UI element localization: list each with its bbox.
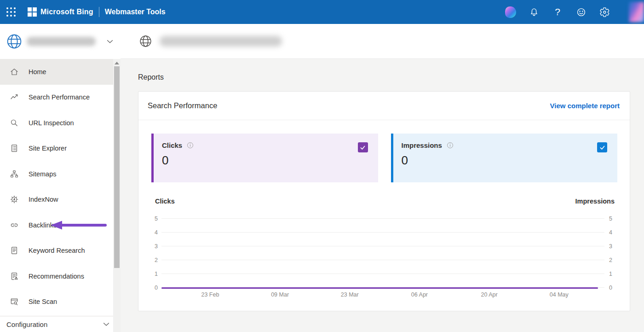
view-complete-report-link[interactable]: View complete report xyxy=(550,102,620,110)
app-launcher-waffle-icon[interactable] xyxy=(6,7,16,17)
y-tick-right: 4 xyxy=(609,229,617,236)
gridline xyxy=(161,232,604,233)
sidebar-item-label: Search Performance xyxy=(29,93,90,101)
x-tick: 06 Apr xyxy=(411,291,428,298)
y-tick-right: 1 xyxy=(609,271,617,277)
document-lines-icon xyxy=(10,246,19,255)
chevron-down-icon[interactable] xyxy=(106,37,114,46)
clicks-metric-tile[interactable]: Clicks 0 xyxy=(151,134,378,182)
clicks-checkbox[interactable] xyxy=(358,142,368,152)
gridline xyxy=(161,218,604,219)
top-app-bar: Microsoft Bing Webmaster Tools ? xyxy=(0,0,644,24)
sidebar-item-label: Home xyxy=(29,68,46,76)
backlinks-annotation-arrow xyxy=(49,220,108,230)
metric-tiles: Clicks 0 xyxy=(138,120,630,182)
y-tick-right: 2 xyxy=(609,257,617,263)
scrollbar-thumb[interactable] xyxy=(114,66,120,268)
trend-arrow-icon xyxy=(10,93,19,102)
y-tick-left: 3 xyxy=(150,243,158,250)
impressions-checkbox[interactable] xyxy=(597,142,607,152)
document-list-icon xyxy=(10,144,19,153)
feedback-smiley-icon[interactable] xyxy=(575,6,586,17)
x-tick: 23 Mar xyxy=(341,291,359,298)
x-tick: 23 Feb xyxy=(201,291,219,298)
sidebar-item-indexnow[interactable]: IndexNow xyxy=(0,187,113,213)
gear-bolt-icon xyxy=(10,195,19,204)
sidebar-item-label: Recommendations xyxy=(29,273,84,280)
x-tick: 04 May xyxy=(550,291,569,298)
chevron-down-icon xyxy=(102,320,110,328)
y-tick-left: 1 xyxy=(150,271,158,277)
reports-section: Reports Search Performance View complete… xyxy=(121,59,644,311)
sidebar-item-label: IndexNow xyxy=(29,196,58,203)
site-selector-dropdown[interactable] xyxy=(0,24,121,59)
copilot-icon[interactable] xyxy=(505,6,516,17)
gridline xyxy=(161,260,604,260)
sidebar-item-backlinks[interactable]: Backlinks xyxy=(0,212,113,238)
magnifier-icon xyxy=(10,118,19,128)
chart-plot: 00112233445523 Feb09 Mar23 Mar06 Apr20 A… xyxy=(161,219,604,288)
scrollbar-up-arrow-icon[interactable] xyxy=(115,62,119,64)
info-icon[interactable] xyxy=(447,142,454,149)
card-header: Search Performance View complete report xyxy=(138,92,630,120)
sidebar-item-sitemaps[interactable]: Sitemaps xyxy=(0,161,113,187)
browser-scan-icon xyxy=(10,297,19,306)
sidebar-item-keyword-research[interactable]: Keyword Research xyxy=(0,238,113,264)
sidebar-item-label: Backlinks xyxy=(29,221,57,229)
sidebar-item-label: Sitemaps xyxy=(29,170,56,178)
x-tick: 20 Apr xyxy=(481,291,498,298)
sidebar-section-configuration[interactable]: Configuration xyxy=(0,316,121,332)
gridline xyxy=(161,274,604,274)
sidebar-menu: Home Search Performance URL Inspection xyxy=(0,59,121,316)
card-title: Search Performance xyxy=(148,101,217,110)
globe-icon xyxy=(139,35,152,47)
site-url-redacted xyxy=(160,36,282,47)
sidebar-item-url-inspection[interactable]: URL Inspection xyxy=(0,110,113,136)
y-tick-right: 0 xyxy=(609,285,617,291)
microsoft-logo-icon xyxy=(28,7,37,17)
sidebar-item-label: Site Scan xyxy=(29,298,57,305)
search-performance-card: Search Performance View complete report … xyxy=(138,91,630,311)
brand-title: Microsoft Bing xyxy=(40,8,93,16)
checkmark-icon xyxy=(599,144,606,151)
sidebar-item-search-performance[interactable]: Search Performance xyxy=(0,85,113,111)
clicks-value: 0 xyxy=(162,153,378,168)
sidebar-item-label: URL Inspection xyxy=(29,119,74,127)
checkmark-icon xyxy=(359,144,366,151)
impressions-metric-tile[interactable]: Impressions 0 xyxy=(391,134,618,182)
sidebar: Home Search Performance URL Inspection xyxy=(0,24,121,332)
sidebar-scrollbar[interactable] xyxy=(113,59,121,332)
left-axis-label: Clicks xyxy=(155,198,175,205)
gridline xyxy=(161,246,604,246)
sidebar-item-label: Keyword Research xyxy=(29,247,85,254)
info-icon[interactable] xyxy=(187,142,194,149)
impressions-value: 0 xyxy=(402,153,618,168)
y-tick-right: 5 xyxy=(609,216,617,222)
y-tick-left: 0 xyxy=(150,285,158,291)
series-line-clicks xyxy=(161,287,598,289)
sidebar-item-site-scan[interactable]: Site Scan xyxy=(0,289,113,315)
section-title: Reports xyxy=(138,73,644,82)
org-chart-icon xyxy=(10,169,19,179)
y-tick-left: 4 xyxy=(150,229,158,236)
account-avatar[interactable] xyxy=(629,2,644,22)
x-tick: 09 Mar xyxy=(271,291,289,298)
sidebar-item-label: Site Explorer xyxy=(29,145,67,152)
help-icon[interactable]: ? xyxy=(552,6,563,17)
impressions-label: Impressions xyxy=(402,141,442,149)
main-area: Reports Search Performance View complete… xyxy=(121,24,644,332)
globe-icon xyxy=(6,34,22,49)
sidebar-item-home[interactable]: Home xyxy=(0,59,113,85)
y-tick-left: 2 xyxy=(150,257,158,263)
y-tick-right: 3 xyxy=(609,243,617,250)
sidebar-item-recommendations[interactable]: Recommendations xyxy=(0,263,113,289)
site-name-redacted xyxy=(27,37,96,46)
settings-gear-icon[interactable] xyxy=(599,6,610,17)
notifications-bell-icon[interactable] xyxy=(529,6,540,17)
configuration-label: Configuration xyxy=(6,320,47,328)
right-axis-label: Impressions xyxy=(575,198,615,205)
product-title: Webmaster Tools xyxy=(105,8,166,16)
home-icon xyxy=(10,67,19,76)
y-tick-left: 5 xyxy=(150,216,158,222)
sidebar-item-site-explorer[interactable]: Site Explorer xyxy=(0,136,113,162)
